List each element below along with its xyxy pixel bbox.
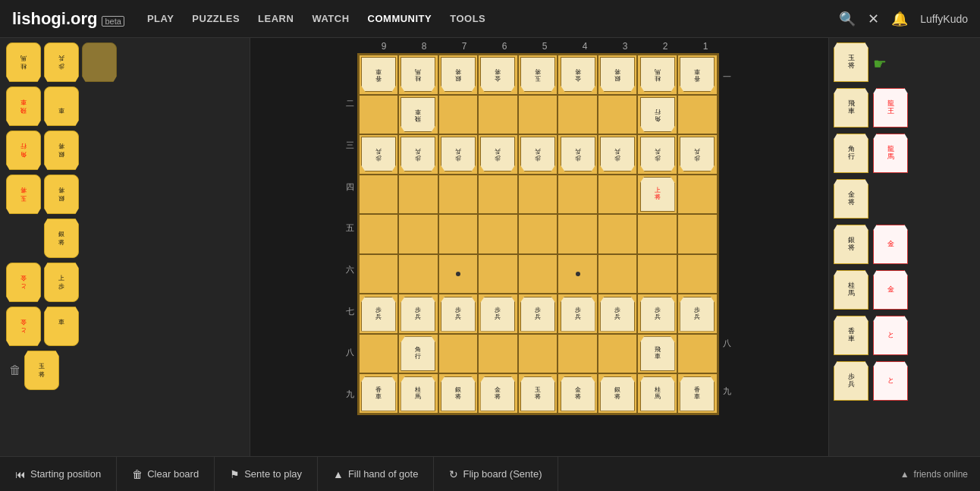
rp-pawn[interactable]: 歩兵 [834,361,868,401]
nav-puzzles[interactable]: PUZZLES [192,13,240,24]
cell-r2-c8[interactable]: 角行 [637,95,677,135]
cell-r7-c8[interactable]: 歩兵 [637,294,677,334]
flip-board-btn[interactable]: ↻ Flip board (Sente) [434,457,558,491]
left-piece-15[interactable]: 玉将 [24,351,59,390]
nav-learn[interactable]: LEARN [258,13,294,24]
cell-r8-c5[interactable] [518,334,558,374]
clear-board-btn[interactable]: 🗑 Clear board [117,457,215,491]
sente-to-play-btn[interactable]: ⚑ Sente to play [215,457,318,491]
rp-lance-promoted[interactable]: と [873,316,908,355]
piece-r1-c3[interactable]: 銀将 [441,57,476,92]
piece-r7-c4[interactable]: 歩兵 [480,297,515,332]
rp-pawn-promoted[interactable]: と [873,361,908,401]
cell-r1-c5[interactable]: 玉将 [518,55,558,95]
cell-r4-c8[interactable]: 上将 [637,175,677,215]
cell-r4-c6[interactable] [558,175,598,215]
rp-gold[interactable]: 金将 [834,179,868,219]
piece-r4-c8[interactable]: 上将 [640,177,675,212]
cell-r3-c6[interactable]: 歩兵 [558,134,598,175]
piece-r7-c3[interactable]: 歩兵 [441,297,476,332]
piece-r7-c2[interactable]: 歩兵 [400,297,435,332]
cell-r9-c4[interactable]: 金将 [478,373,518,414]
cell-r4-c9[interactable] [677,175,718,215]
piece-r3-c8[interactable]: 歩兵 [640,137,675,172]
friends-online[interactable]: ▲ friends online [888,469,980,480]
piece-r1-c8[interactable]: 桂馬 [640,57,675,92]
cell-r9-c8[interactable]: 桂馬 [637,373,677,414]
cell-r8-c8[interactable]: 飛車 [637,334,677,374]
logo-text[interactable]: lishogi.org [12,9,97,29]
cell-r7-c1[interactable]: 歩兵 [359,294,399,334]
trash-icon[interactable]: 🗑 [9,364,21,377]
cell-r1-c7[interactable]: 銀将 [598,55,638,95]
notification-icon[interactable]: 🔔 [891,11,908,27]
starting-position-btn[interactable]: ⏮ Starting position [0,457,117,491]
cell-r6-c6[interactable] [558,254,598,294]
cell-r8-c2[interactable]: 角行 [398,334,438,374]
cell-r9-c7[interactable]: 銀将 [598,373,638,414]
cell-r5-c5[interactable] [518,214,558,254]
cell-r6-c9[interactable] [677,254,718,294]
piece-r9-c5[interactable]: 玉将 [520,376,555,411]
piece-r2-c8[interactable]: 角行 [640,97,675,132]
close-icon[interactable]: ✕ [868,11,879,27]
cell-r7-c7[interactable]: 歩兵 [598,294,638,334]
left-piece-5[interactable]: 車 [44,87,79,126]
cell-r1-c1[interactable]: 香車 [359,55,399,95]
left-piece-1[interactable]: 桂馬 [6,42,41,82]
piece-r1-c2[interactable]: 桂馬 [400,57,435,92]
cell-r2-c4[interactable] [478,95,518,135]
left-piece-13[interactable]: と金 [6,307,41,346]
cell-r3-c8[interactable]: 歩兵 [637,134,677,175]
cell-r5-c8[interactable] [637,214,677,254]
piece-r8-c2[interactable]: 角行 [400,336,435,371]
fill-hand-btn[interactable]: ▲ Fill hand of gote [318,457,434,491]
cell-r6-c8[interactable] [637,254,677,294]
cell-r8-c6[interactable] [558,334,598,374]
cell-r3-c7[interactable]: 歩兵 [598,134,638,175]
cell-r4-c5[interactable] [518,175,558,215]
piece-r9-c6[interactable]: 金将 [561,376,595,411]
piece-r7-c5[interactable]: 歩兵 [520,297,555,332]
piece-r7-c7[interactable]: 歩兵 [600,297,635,332]
cell-r2-c2[interactable]: 飛車 [398,95,438,135]
shogi-board[interactable]: 香車桂馬銀将金将玉将金将銀将桂馬香車飛車角行歩兵歩兵歩兵歩兵歩兵歩兵歩兵歩兵歩兵… [357,53,719,415]
cell-r6-c3[interactable] [438,254,479,294]
piece-r7-c9[interactable]: 歩兵 [680,297,715,332]
piece-r3-c6[interactable]: 歩兵 [561,137,595,172]
cell-r8-c7[interactable] [598,334,638,374]
piece-r9-c8[interactable]: 桂馬 [640,376,675,411]
piece-r3-c3[interactable]: 歩兵 [441,137,476,172]
cell-r5-c4[interactable] [478,214,518,254]
cell-r7-c2[interactable]: 歩兵 [398,294,438,334]
cell-r1-c6[interactable]: 金将 [558,55,598,95]
piece-r9-c9[interactable]: 香車 [680,376,715,411]
cell-r9-c9[interactable]: 香車 [677,373,718,414]
piece-r3-c5[interactable]: 歩兵 [520,137,555,172]
piece-r9-c1[interactable]: 香車 [361,376,396,411]
piece-r9-c2[interactable]: 桂馬 [400,376,435,411]
cell-r3-c4[interactable]: 歩兵 [478,134,518,175]
cell-r2-c9[interactable] [677,95,718,135]
piece-r1-c5[interactable]: 玉将 [520,57,555,92]
left-piece-9[interactable]: 銀将 [44,175,79,214]
cell-r8-c4[interactable] [478,334,518,374]
cell-r1-c9[interactable]: 香車 [677,55,718,95]
left-piece-8[interactable]: 玉将 [6,175,41,214]
cell-r8-c3[interactable] [438,334,479,374]
cell-r1-c8[interactable]: 桂馬 [637,55,677,95]
rp-bishop-promoted[interactable]: 龍馬 [873,134,908,173]
cell-r3-c9[interactable]: 歩兵 [677,134,718,175]
left-piece-2[interactable]: 歩兵 [44,42,79,82]
left-piece-7[interactable]: 銀将 [44,131,79,170]
cell-r6-c7[interactable] [598,254,638,294]
piece-r3-c4[interactable]: 歩兵 [480,137,515,172]
cell-r4-c2[interactable] [398,175,438,215]
piece-r8-c8[interactable]: 飛車 [640,336,675,371]
cell-r5-c1[interactable] [359,214,399,254]
cell-r9-c1[interactable]: 香車 [359,373,399,414]
piece-r7-c1[interactable]: 歩兵 [361,297,396,332]
cell-r4-c4[interactable] [478,175,518,215]
cell-r7-c5[interactable]: 歩兵 [518,294,558,334]
cell-r3-c2[interactable]: 歩兵 [398,134,438,175]
